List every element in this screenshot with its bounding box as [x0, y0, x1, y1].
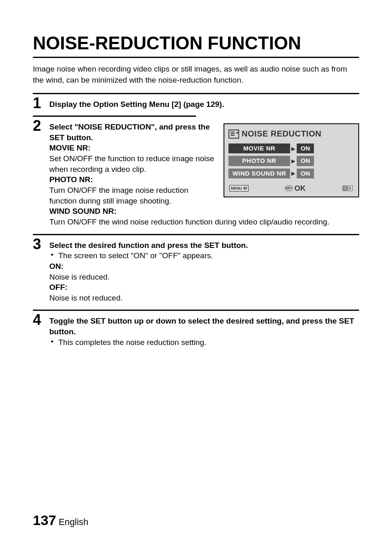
step-number: 4 [33, 312, 49, 327]
page-nav-icon [342, 185, 353, 192]
ok-text: OK [295, 183, 306, 193]
page-footer: 137 English [33, 512, 88, 528]
step-separator [33, 93, 359, 94]
step-3-bullet: • The screen to select "ON" or "OFF" app… [49, 250, 359, 261]
step-number: 2 [33, 118, 49, 133]
lcd-label: WIND SOUND NR [228, 169, 290, 178]
step-4-instruction: Toggle the SET button up or down to sele… [49, 316, 359, 337]
wind-sound-nr-label: WIND SOUND NR: [49, 206, 359, 217]
step-separator [33, 310, 359, 311]
lcd-value: ON [297, 156, 314, 166]
on-description: Noise is reduced. [49, 272, 359, 282]
arrow-right-icon: ▶ [290, 170, 297, 177]
step-4-bullet: • This completes the noise reduction set… [49, 337, 359, 348]
photo-nr-description: Turn ON/OFF the image noise reduction fu… [49, 185, 215, 206]
lcd-title: NOISE REDUCTION [242, 128, 321, 139]
lcd-row-photo-nr: PHOTO NR ▶ ON [228, 156, 354, 166]
step-3-bullet-text: The screen to select "ON" or "OFF" appea… [58, 250, 213, 261]
bullet-icon: • [49, 250, 55, 260]
lcd-row-wind-sound-nr: WIND SOUND NR ▶ ON [228, 169, 354, 178]
step-number: 1 [33, 96, 49, 111]
page-language: English [59, 517, 88, 527]
lcd-value: ON [297, 169, 314, 178]
bullet-icon: • [49, 337, 55, 347]
lcd-label: MOVIE NR [228, 143, 290, 153]
step-4-bullet-text: This completes the noise reduction setti… [58, 337, 206, 348]
arrow-right-icon: ▶ [290, 145, 297, 153]
lcd-screenshot: NOISE REDUCTION MOVIE NR ▶ ON PHOTO NR ▶… [224, 122, 359, 197]
step-3: 3 Select the desired function and press … [33, 237, 359, 303]
photo-nr-label: PHOTO NR: [49, 174, 215, 185]
step-4: 4 Toggle the SET button up or down to se… [33, 312, 359, 347]
step-2-text-column: Select "NOISE REDUCTION", and press the … [49, 122, 215, 206]
page-number: 137 [33, 512, 56, 528]
lcd-row-movie-nr: MOVIE NR ▶ ON [228, 143, 354, 153]
menu-back-icon: MENU [229, 185, 249, 192]
lcd-value: ON [297, 143, 314, 153]
movie-nr-label: MOVIE NR: [49, 143, 215, 153]
intro-paragraph: Image noise when recording video clips o… [33, 64, 359, 86]
step-separator-half [33, 116, 196, 117]
step-3-instruction: Select the desired function and press th… [49, 240, 359, 251]
wind-sound-nr-description: Turn ON/OFF the wind noise reduction fun… [49, 217, 359, 227]
off-label: OFF: [49, 282, 359, 293]
page-title: NOISE-REDUCTION FUNCTION [33, 33, 359, 53]
step-2: 2 Select "NOISE REDUCTION", and press th… [33, 118, 359, 227]
set-ok-indicator: SET OK [285, 183, 306, 193]
off-description: Noise is not reduced. [49, 293, 359, 303]
lcd-panel: NOISE REDUCTION MOVIE NR ▶ ON PHOTO NR ▶… [224, 123, 359, 197]
step-1: 1 Display the Option Setting Menu [2] (p… [33, 96, 359, 111]
on-label: ON: [49, 261, 359, 272]
title-underline [33, 57, 359, 58]
arrow-right-icon: ▶ [290, 157, 297, 165]
step-2-instruction: Select "NOISE REDUCTION", and press the … [49, 122, 215, 143]
step-1-instruction: Display the Option Setting Menu [2] (pag… [49, 100, 224, 109]
step-separator [33, 234, 359, 235]
lcd-label: PHOTO NR [228, 156, 290, 166]
movie-nr-description: Set ON/OFF the function to reduce image … [49, 153, 215, 174]
menu-text: MENU [231, 186, 242, 191]
step-number: 3 [33, 237, 49, 252]
set-icon: SET [285, 185, 293, 191]
settings-list-icon [228, 130, 239, 139]
